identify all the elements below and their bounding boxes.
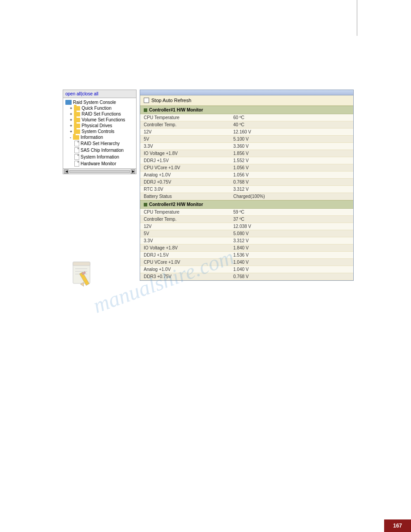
row-value: 3.312 V	[230, 237, 353, 245]
row-value: 1.840 V	[230, 245, 353, 252]
row-value: 1.056 V	[230, 172, 353, 179]
scroll-left-arrow[interactable]: ◀	[64, 169, 68, 174]
expand-plus-icon: +	[70, 118, 72, 122]
stop-refresh-label: Stop Auto Refresh	[151, 98, 191, 103]
stop-refresh-checkbox[interactable]	[144, 98, 149, 103]
table-row: Analog +1.0V1.056 V	[140, 172, 353, 179]
doc-icon	[74, 161, 79, 167]
sidebar-item-label: SAS Chip Information	[81, 148, 124, 153]
sidebar-item-label: RAID Set Functions	[81, 112, 121, 116]
table-row: CPU VCore +1.0V1.040 V	[140, 259, 353, 266]
row-label: 3.3V	[140, 143, 230, 150]
row-label: CPU Temperature	[140, 209, 230, 216]
note-pencil-icon	[69, 260, 94, 289]
folder-icon	[74, 106, 80, 111]
row-value: 1.552 V	[230, 157, 353, 164]
expand-minus-icon: -	[70, 135, 71, 140]
sidebar: open all|close all Raid System Console +…	[63, 90, 137, 174]
row-label: Battery Status	[140, 193, 230, 200]
expand-plus-icon: +	[70, 106, 72, 111]
row-value: 0.768 V	[230, 179, 353, 186]
controller1-section-header: Controller#1 H/W Monitor	[140, 106, 353, 114]
doc-icon	[74, 154, 79, 160]
row-value: 1.536 V	[230, 252, 353, 259]
folder-icon	[74, 129, 80, 134]
table-row: 12V12.160 V	[140, 129, 353, 136]
row-value: 12.160 V	[230, 129, 353, 136]
row-value: 1.040 V	[230, 266, 353, 273]
doc-icon	[74, 147, 79, 153]
table-row: DDR3 +0.75V0.768 V	[140, 273, 353, 280]
row-label: DDRJ +1.5V	[140, 252, 230, 259]
table-row: DDRJ +1.5V1.536 V	[140, 252, 353, 259]
sidebar-open-close-links[interactable]: open all|close all	[65, 91, 98, 96]
row-value: 5.080 V	[230, 230, 353, 237]
sidebar-item-label: System Information	[81, 154, 119, 159]
row-value: 3.360 V	[230, 143, 353, 150]
table-row: DDRJ +0.75V0.768 V	[140, 179, 353, 186]
controller2-section-header: Controller#2 H/W Monitor	[140, 200, 353, 209]
row-label: IO Voltage +1.8V	[140, 150, 230, 157]
sidebar-item-label: Hardware Monitor	[81, 161, 116, 166]
row-value: 5.100 V	[230, 136, 353, 143]
note-icon-area	[69, 260, 94, 290]
panel-header-gradient	[140, 90, 353, 95]
row-value: 1.856 V	[230, 150, 353, 157]
row-label: CPU VCore +1.0V	[140, 164, 230, 172]
scroll-right-arrow[interactable]: ▶	[131, 169, 135, 174]
sidebar-header: open all|close all	[63, 90, 136, 98]
row-label: 5V	[140, 136, 230, 143]
table-row: CPU Temperature60 ºC	[140, 114, 353, 121]
table-row: DDRJ +1.5V1.552 V	[140, 157, 353, 164]
sidebar-item-hardware-monitor[interactable]: Hardware Monitor	[63, 160, 136, 167]
sidebar-item-system-information[interactable]: System Information	[63, 154, 136, 160]
row-label: Analog +1.0V	[140, 266, 230, 273]
folder-icon	[74, 124, 80, 128]
sidebar-item-label: Physical Drives	[81, 123, 112, 128]
controller2-header-label: Controller#2 H/W Monitor	[149, 202, 203, 207]
table-row: Analog +1.0V1.040 V	[140, 266, 353, 273]
controller1-header-label: Controller#1 H/W Monitor	[149, 107, 203, 112]
sidebar-scrollbar[interactable]: ◀ ▶	[63, 168, 136, 174]
sidebar-item-information[interactable]: - Information	[63, 134, 136, 140]
row-value: 40 ºC	[230, 121, 353, 129]
sidebar-body: Raid System Console + Quick Function + R…	[63, 98, 136, 168]
row-value: 3.312 V	[230, 186, 353, 193]
sidebar-item-sas-chip-info[interactable]: SAS Chip Information	[63, 147, 136, 154]
table-row: Battery StatusCharged(100%)	[140, 193, 353, 200]
expand-plus-icon: +	[70, 129, 72, 134]
table-row: CPU Temperature59 ºC	[140, 209, 353, 216]
sidebar-item-label: Information	[81, 135, 103, 140]
section-bullet	[144, 203, 147, 206]
row-value: Charged(100%)	[230, 193, 353, 200]
row-value: 1.040 V	[230, 259, 353, 266]
row-label: IO Voltage +1.8V	[140, 245, 230, 252]
top-decorative-line	[357, 0, 357, 36]
table-row: 3.3V3.312 V	[140, 237, 353, 245]
row-value: 60 ºC	[230, 114, 353, 121]
row-label: DDRJ +0.75V	[140, 179, 230, 186]
row-label: Controller Temp.	[140, 121, 230, 129]
table-row: 12V12.038 V	[140, 223, 353, 230]
scroll-track[interactable]	[69, 170, 130, 173]
table-row: 3.3V3.360 V	[140, 143, 353, 150]
sidebar-item-raid-set-hierarchy[interactable]: RAID Set Hierarchy	[63, 140, 136, 147]
row-label: 5V	[140, 230, 230, 237]
sidebar-item-label: Quick Function	[81, 106, 111, 111]
table-row: 5V5.100 V	[140, 136, 353, 143]
expand-plus-icon: +	[70, 112, 72, 116]
controller1-data-table: CPU Temperature60 ºCController Temp.40 º…	[140, 114, 353, 200]
table-row: CPU VCore +1.0V1.056 V	[140, 164, 353, 172]
row-label: Controller Temp.	[140, 216, 230, 223]
open-all-link[interactable]: open all	[65, 91, 81, 96]
row-label: 12V	[140, 129, 230, 136]
expand-plus-icon: +	[70, 124, 72, 128]
monitor-icon	[65, 100, 72, 105]
sidebar-item-label: Raid System Console	[73, 100, 116, 105]
close-all-link[interactable]: close all	[82, 91, 98, 96]
folder-icon	[74, 118, 80, 122]
row-value: 12.038 V	[230, 223, 353, 230]
stop-auto-refresh-row: Stop Auto Refresh	[140, 95, 353, 106]
folder-icon	[74, 112, 80, 116]
row-value: 1.056 V	[230, 164, 353, 172]
